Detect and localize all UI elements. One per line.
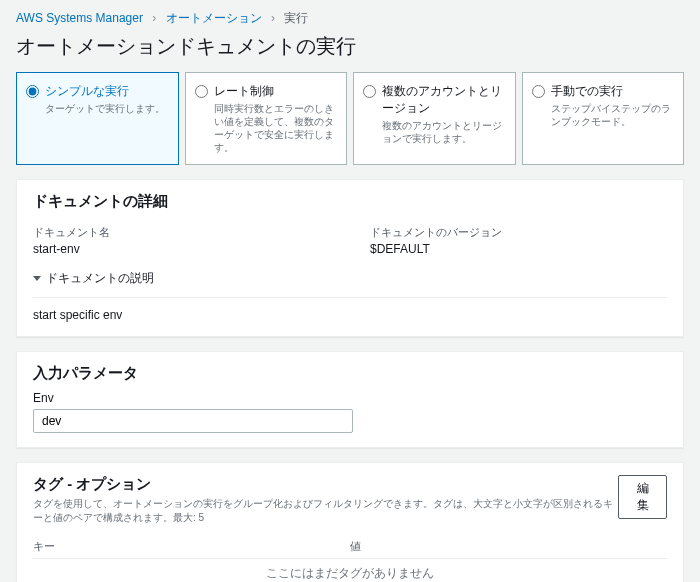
tags-subtitle: タグを使用して、オートメーションの実行をグループ化およびフィルタリングできます。… bbox=[33, 497, 618, 525]
chevron-right-icon: › bbox=[152, 11, 156, 25]
env-input[interactable] bbox=[33, 409, 353, 433]
tag-key-header: キー bbox=[33, 539, 350, 554]
breadcrumb-section[interactable]: オートメーション bbox=[166, 11, 262, 25]
option-rate-control[interactable]: レート制御 同時実行数とエラーのしきい値を定義して、複数のターゲットで安全に実行… bbox=[185, 72, 348, 165]
option-desc: 複数のアカウントとリージョンで実行します。 bbox=[382, 119, 505, 145]
option-simple[interactable]: シンプルな実行 ターゲットで実行します。 bbox=[16, 72, 179, 165]
option-title: レート制御 bbox=[214, 83, 337, 100]
doc-name-label: ドキュメント名 bbox=[33, 225, 330, 240]
tag-value-header: 値 bbox=[350, 539, 667, 554]
option-multi-account[interactable]: 複数のアカウントとリージョン 複数のアカウントとリージョンで実行します。 bbox=[353, 72, 516, 165]
option-simple-radio[interactable] bbox=[26, 85, 39, 98]
input-params-panel: 入力パラメータ Env bbox=[16, 351, 684, 448]
option-title: 手動での実行 bbox=[551, 83, 674, 100]
divider bbox=[33, 297, 667, 298]
doc-version-value: $DEFAULT bbox=[370, 242, 667, 256]
panel-header: ドキュメントの詳細 bbox=[17, 180, 683, 219]
tags-title: タグ - オプション bbox=[33, 475, 618, 494]
option-desc: 同時実行数とエラーのしきい値を定義して、複数のターゲットで安全に実行します。 bbox=[214, 102, 337, 154]
execution-options: シンプルな実行 ターゲットで実行します。 レート制御 同時実行数とエラーのしきい… bbox=[0, 72, 700, 179]
doc-description-expander[interactable]: ドキュメントの説明 bbox=[33, 270, 667, 287]
expander-label: ドキュメントの説明 bbox=[46, 271, 154, 285]
option-desc: ターゲットで実行します。 bbox=[45, 102, 168, 115]
page-title: オートメーションドキュメントの実行 bbox=[0, 33, 700, 72]
edit-tags-button[interactable]: 編集 bbox=[618, 475, 667, 519]
caret-down-icon bbox=[33, 276, 41, 281]
option-rate-radio[interactable] bbox=[195, 85, 208, 98]
tags-panel: タグ - オプション タグを使用して、オートメーションの実行をグループ化およびフ… bbox=[16, 462, 684, 582]
breadcrumb: AWS Systems Manager › オートメーション › 実行 bbox=[0, 0, 700, 33]
option-title: 複数のアカウントとリージョン bbox=[382, 83, 505, 117]
document-details-panel: ドキュメントの詳細 ドキュメント名 start-env ドキュメントのバージョン… bbox=[16, 179, 684, 337]
doc-version-label: ドキュメントのバージョン bbox=[370, 225, 667, 240]
env-label: Env bbox=[33, 391, 667, 405]
option-manual-radio[interactable] bbox=[532, 85, 545, 98]
option-multi-radio[interactable] bbox=[363, 85, 376, 98]
panel-header: 入力パラメータ bbox=[17, 352, 683, 391]
doc-name-value: start-env bbox=[33, 242, 330, 256]
breadcrumb-current: 実行 bbox=[284, 11, 308, 25]
option-desc: ステップバイステップのランブックモード。 bbox=[551, 102, 674, 128]
breadcrumb-service[interactable]: AWS Systems Manager bbox=[16, 11, 143, 25]
option-title: シンプルな実行 bbox=[45, 83, 168, 100]
doc-description-text: start specific env bbox=[33, 308, 667, 322]
tags-empty-message: ここにはまだタグがありません bbox=[17, 559, 683, 582]
chevron-right-icon: › bbox=[271, 11, 275, 25]
option-manual[interactable]: 手動での実行 ステップバイステップのランブックモード。 bbox=[522, 72, 685, 165]
